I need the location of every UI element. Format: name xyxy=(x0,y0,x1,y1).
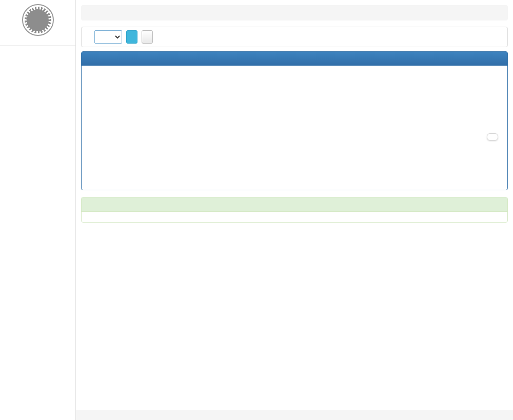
x-axis-title xyxy=(85,83,504,93)
detail-panel-title xyxy=(82,197,507,212)
brand-box xyxy=(0,0,75,45)
app-logo xyxy=(22,4,54,36)
main-content xyxy=(76,0,513,420)
y-axis-title xyxy=(85,71,504,82)
sidebar-menu xyxy=(0,45,75,46)
footer xyxy=(76,410,513,420)
view-report-button[interactable] xyxy=(126,30,137,44)
breadcrumb xyxy=(81,5,508,21)
this-year-button[interactable] xyxy=(142,30,153,44)
chart-body xyxy=(82,66,507,190)
gear-logo-icon xyxy=(25,7,51,33)
chart-tooltip xyxy=(487,133,498,141)
chart-panel-title xyxy=(82,52,507,66)
report-filter-panel xyxy=(81,27,508,47)
sidebar xyxy=(0,0,76,420)
app-window xyxy=(0,0,513,420)
year-select[interactable] xyxy=(94,30,122,44)
profit-chart-panel xyxy=(81,51,508,190)
detail-report-panel xyxy=(81,197,508,223)
detail-panel-body xyxy=(82,212,507,222)
